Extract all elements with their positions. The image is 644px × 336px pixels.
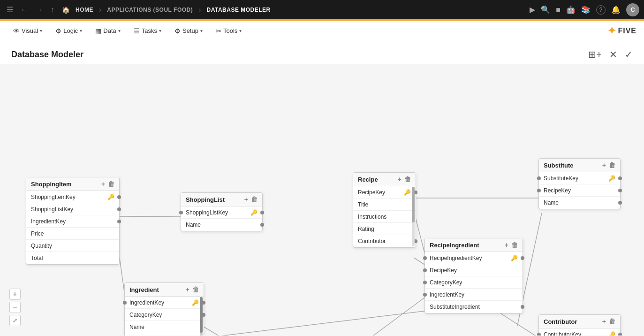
recipe-title: Recipe — [358, 176, 378, 183]
zoom-out-button[interactable]: − — [9, 302, 21, 313]
substitute-header: Substitute + 🗑 — [539, 159, 620, 172]
substitute-delete[interactable]: 🗑 — [609, 161, 615, 169]
shopping-list-header: ShoppingList + 🗑 — [181, 193, 262, 206]
home-icon[interactable]: 🏠 — [60, 4, 72, 15]
five-logo-text: FIVE — [618, 27, 636, 35]
visual-arrow: ▾ — [40, 28, 42, 33]
zoom-in-button[interactable]: + — [9, 289, 21, 300]
recipe-ingredient-actions: + 🗑 — [505, 241, 518, 249]
help-icon[interactable]: ? — [596, 5, 606, 15]
contributor-actions: + 🗑 — [602, 318, 615, 325]
recipe-scroll-thumb — [412, 187, 415, 222]
recipe-ingredient-delete[interactable]: 🗑 — [511, 241, 518, 249]
field-ingredientkey-ri: IngredientKey — [425, 289, 523, 301]
field-categorykey-ri: CategoryKey — [425, 276, 523, 289]
contributor-title: Contributor — [544, 318, 577, 325]
field-ingredientkey-i: IngredientKey 🔑 — [125, 297, 204, 309]
menu-item-setup[interactable]: ⚙ Setup ▾ — [169, 24, 208, 38]
connector-shoppingitemkey-right — [117, 195, 121, 199]
confirm-icon[interactable]: ✓ — [625, 49, 633, 60]
recipe-header: Recipe + 🗑 — [353, 173, 416, 186]
ingredient-delete[interactable]: 🗑 — [192, 286, 199, 293]
close-icon[interactable]: ✕ — [609, 49, 617, 60]
shopping-list-delete[interactable]: 🗑 — [251, 196, 258, 203]
menu-item-logic[interactable]: ⚙ Logic ▾ — [50, 24, 88, 38]
fit-button[interactable]: ⤢ — [9, 315, 21, 326]
search-icon[interactable]: 🔍 — [541, 5, 550, 14]
visual-icon: 👁 — [13, 27, 20, 35]
table-shopping-item: ShoppingItem + 🗑 ShoppingItemKey 🔑 Shopp… — [26, 177, 120, 265]
connector-contributorkey-right — [618, 333, 622, 336]
connector-substituteingredient-right — [521, 305, 524, 309]
field-name-i: Name — [125, 321, 204, 333]
stop-icon[interactable]: ■ — [556, 6, 561, 14]
home-label[interactable]: HOME — [76, 7, 93, 13]
field-recipekey-r: RecipeKey 🔑 — [353, 186, 416, 199]
svg-line-0 — [116, 216, 183, 217]
page-title: Database Modeler — [11, 50, 83, 60]
current-label: DATABASE MODELER — [207, 7, 271, 13]
table-substitute: Substitute + 🗑 SubstituteKey 🔑 RecipeKey… — [538, 158, 621, 209]
tools-icon: ✂ — [216, 27, 221, 35]
sep2: › — [198, 6, 201, 14]
svg-line-5 — [197, 323, 271, 336]
zoom-controls: + − ⤢ — [9, 289, 21, 326]
app-label[interactable]: APPLICATIONS (SOUL FOOD) — [107, 7, 193, 13]
ingredient-title: Ingredient — [129, 286, 159, 293]
data-label: Data — [103, 27, 116, 34]
visual-label: Visual — [22, 27, 38, 34]
key-icon-recipe: 🔑 — [404, 189, 411, 196]
ingredient-add[interactable]: + — [186, 286, 189, 293]
recipe-scrollbar[interactable] — [412, 187, 415, 246]
menu-item-tasks[interactable]: ☰ Tasks ▾ — [128, 24, 167, 38]
field-title-r: Title — [353, 199, 416, 211]
connector-substitutekey-right — [618, 176, 622, 180]
field-name-s: Name — [539, 197, 620, 209]
menu-item-visual[interactable]: 👁 Visual ▾ — [8, 24, 48, 38]
shopping-list-add[interactable]: + — [244, 196, 248, 203]
sep1: › — [99, 6, 101, 14]
recipe-add[interactable]: + — [398, 176, 402, 183]
field-rating-r: Rating — [353, 223, 416, 235]
five-logo: ✦ FIVE — [607, 25, 636, 37]
shopping-item-title: ShoppingItem — [31, 181, 72, 188]
page-header: Database Modeler ⊞+ ✕ ✓ — [0, 41, 644, 64]
up-icon[interactable]: ↑ — [49, 4, 56, 16]
recipe-ingredient-add[interactable]: + — [505, 241, 508, 249]
menu-item-data[interactable]: ▦ Data ▾ — [90, 24, 126, 38]
substitute-add[interactable]: + — [602, 161, 606, 169]
back-icon[interactable]: ← — [19, 4, 30, 16]
connector-recipekey-s-left — [537, 189, 541, 192]
connector-ingredientkey-ri-left — [423, 293, 427, 297]
contributor-add[interactable]: + — [602, 318, 606, 325]
add-columns-icon[interactable]: ⊞+ — [588, 49, 602, 60]
connector-recipeingredientkey-left — [423, 256, 427, 260]
bell-icon[interactable]: 🔔 — [611, 5, 621, 14]
robot-icon[interactable]: 🤖 — [566, 5, 576, 14]
shopping-item-delete[interactable]: 🗑 — [108, 180, 114, 188]
field-price-i: Price — [125, 333, 204, 336]
field-shoppinglistkey-si: ShoppingListKey — [26, 203, 119, 215]
connector-recipekey-ri-left — [423, 268, 427, 272]
field-recipeingredientkey: RecipeIngredientKey 🔑 — [425, 252, 523, 264]
shopping-item-header: ShoppingItem + 🗑 — [26, 177, 119, 191]
recipe-delete[interactable]: 🗑 — [404, 176, 411, 183]
logic-icon: ⚙ — [55, 27, 61, 35]
contributor-delete[interactable]: 🗑 — [609, 318, 615, 325]
menu-icon[interactable]: ☰ — [5, 3, 15, 16]
books-icon[interactable]: 📚 — [581, 5, 591, 14]
tools-arrow: ▾ — [239, 28, 242, 33]
field-contributorkey: ContributorKey 🔑 — [539, 328, 620, 336]
key-icon-contributor: 🔑 — [608, 331, 615, 336]
top-bar: ☰ ← → ↑ 🏠 HOME › APPLICATIONS (SOUL FOOD… — [0, 0, 644, 21]
field-substitutekey: SubstituteKey 🔑 — [539, 172, 620, 184]
play-icon[interactable]: ▶ — [530, 5, 535, 14]
forward-icon[interactable]: → — [34, 4, 45, 16]
menu-item-tools[interactable]: ✂ Tools ▾ — [210, 24, 247, 38]
shopping-item-add[interactable]: + — [101, 180, 105, 188]
user-avatar[interactable]: C — [626, 3, 639, 16]
setup-icon: ⚙ — [174, 27, 181, 35]
field-shoppingitemkey: ShoppingItemKey 🔑 — [26, 191, 119, 203]
table-recipe: Recipe + 🗑 RecipeKey 🔑 Title Instruction… — [353, 172, 416, 248]
ingredient-scrollbar[interactable] — [200, 297, 203, 336]
